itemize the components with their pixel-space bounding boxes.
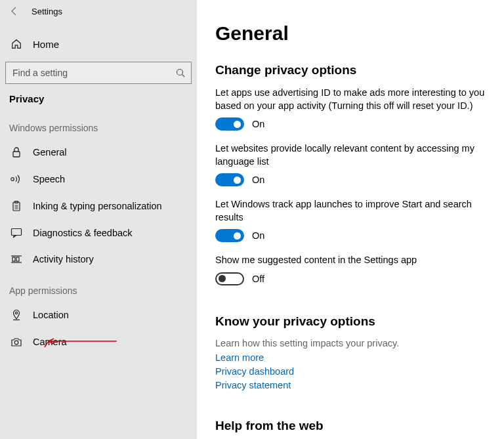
link-learn-more[interactable]: Learn more — [215, 351, 486, 365]
nav-item-diagnostics[interactable]: Diagnostics & feedback — [0, 220, 197, 246]
section-help-web: Help from the web — [215, 419, 486, 433]
home-icon — [9, 38, 24, 50]
svg-line-1 — [182, 75, 185, 77]
window-title: Settings — [24, 7, 62, 16]
section-windows-permissions: Windows permissions — [0, 110, 197, 138]
camera-icon — [9, 337, 24, 347]
link-privacy-statement[interactable]: Privacy statement — [215, 379, 486, 392]
toggle-advertising-id[interactable] — [215, 117, 244, 131]
clipboard-icon — [9, 200, 24, 212]
main-panel: General Change privacy options Let apps … — [197, 0, 504, 439]
arrow-left-icon — [9, 6, 20, 16]
option-text: Let apps use advertising ID to make ads … — [215, 87, 486, 112]
section-change-privacy: Change privacy options — [215, 63, 486, 77]
svg-point-0 — [177, 70, 183, 75]
toggle-state-label: On — [252, 119, 264, 129]
know-options-desc: Learn how this setting impacts your priv… — [215, 338, 486, 348]
nav-item-label: Location — [24, 310, 69, 320]
nav-item-general[interactable]: General — [0, 138, 197, 166]
nav-home-label: Home — [24, 39, 59, 50]
toggle-state-label: On — [252, 175, 264, 185]
nav-item-label: Activity history — [24, 254, 94, 264]
nav-item-label: Speech — [24, 174, 65, 184]
option-text: Show me suggested content in the Setting… — [215, 254, 486, 267]
nav-item-activity-history[interactable]: Activity history — [0, 246, 197, 272]
toggle-track-launches[interactable] — [215, 229, 244, 242]
feedback-icon — [9, 228, 24, 238]
category-label: Privacy — [0, 84, 197, 110]
section-app-permissions: App permissions — [0, 272, 197, 301]
svg-rect-2 — [13, 152, 20, 157]
lock-icon — [9, 146, 24, 158]
location-icon — [9, 309, 24, 321]
link-privacy-dashboard[interactable]: Privacy dashboard — [215, 365, 486, 379]
search-icon — [175, 68, 186, 78]
svg-rect-13 — [16, 257, 19, 261]
option-language-list: Let websites provide locally relevant co… — [215, 142, 486, 186]
toggle-suggested-content[interactable] — [215, 272, 244, 285]
section-know-options: Know your privacy options — [215, 314, 486, 329]
nav-item-label: Camera — [24, 337, 67, 347]
option-track-launches: Let Windows track app launches to improv… — [215, 198, 486, 242]
option-text: Let Windows track app launches to improv… — [215, 198, 486, 224]
svg-point-16 — [14, 341, 18, 345]
nav-item-label: Diagnostics & feedback — [24, 228, 133, 238]
history-icon — [9, 254, 24, 264]
speech-icon — [9, 174, 24, 184]
search-input[interactable] — [11, 67, 175, 79]
nav-item-label: General — [24, 147, 67, 157]
sidebar: Settings Home Privacy Windows permission… — [0, 0, 197, 439]
nav-home[interactable]: Home — [0, 29, 197, 59]
toggle-state-label: On — [252, 230, 264, 241]
page-title: General — [215, 22, 486, 45]
nav-item-speech[interactable]: Speech — [0, 166, 197, 192]
toggle-state-label: Off — [252, 274, 264, 284]
svg-point-3 — [11, 178, 14, 181]
nav-item-label: Inking & typing personalization — [24, 201, 162, 211]
title-bar: Settings — [0, 0, 197, 22]
back-button[interactable] — [5, 2, 24, 20]
nav-item-location[interactable]: Location — [0, 301, 197, 329]
svg-rect-12 — [12, 257, 15, 261]
option-suggested-content: Show me suggested content in the Setting… — [215, 254, 486, 285]
svg-point-14 — [15, 312, 17, 314]
svg-rect-9 — [12, 229, 22, 236]
option-advertising-id: Let apps use advertising ID to make ads … — [215, 87, 486, 131]
nav-item-camera[interactable]: Camera — [0, 329, 197, 355]
nav-item-inking[interactable]: Inking & typing personalization — [0, 192, 197, 220]
option-text: Let websites provide locally relevant co… — [215, 142, 486, 168]
toggle-language-list[interactable] — [215, 173, 244, 186]
search-box[interactable] — [5, 62, 192, 84]
